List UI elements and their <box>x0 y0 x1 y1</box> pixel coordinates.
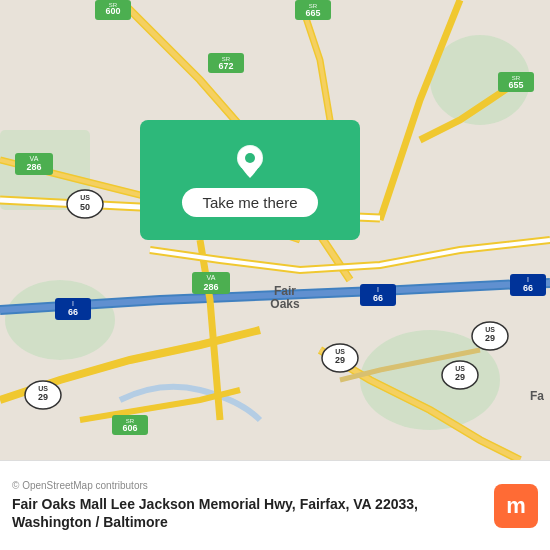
svg-text:672: 672 <box>218 61 233 71</box>
svg-text:Fa: Fa <box>530 389 544 403</box>
moovit-logo-icon: m <box>494 484 538 528</box>
svg-text:286: 286 <box>203 282 218 292</box>
svg-text:29: 29 <box>485 333 495 343</box>
address-text: Fair Oaks Mall Lee Jackson Memorial Hwy,… <box>12 495 484 531</box>
svg-text:I: I <box>527 276 529 283</box>
svg-text:66: 66 <box>373 293 383 303</box>
svg-text:US: US <box>455 365 465 372</box>
location-pin-icon <box>232 144 268 180</box>
svg-text:US: US <box>38 385 48 392</box>
moovit-logo-letter: m <box>506 493 526 519</box>
popup-box: Take me there <box>140 120 360 240</box>
svg-text:VA: VA <box>207 274 216 281</box>
svg-text:US: US <box>485 326 495 333</box>
svg-text:SR: SR <box>109 2 118 8</box>
svg-text:606: 606 <box>122 423 137 433</box>
svg-text:29: 29 <box>38 392 48 402</box>
svg-text:286: 286 <box>26 162 41 172</box>
svg-text:50: 50 <box>80 202 90 212</box>
svg-text:655: 655 <box>508 80 523 90</box>
svg-text:Fair: Fair <box>274 284 296 298</box>
svg-text:US: US <box>335 348 345 355</box>
svg-text:VA: VA <box>30 155 39 162</box>
svg-point-54 <box>245 153 255 163</box>
svg-text:29: 29 <box>455 372 465 382</box>
svg-text:66: 66 <box>523 283 533 293</box>
copyright-text: © OpenStreetMap contributors <box>12 480 484 491</box>
svg-text:29: 29 <box>335 355 345 365</box>
take-me-there-button[interactable]: Take me there <box>182 188 317 217</box>
svg-text:I: I <box>72 300 74 307</box>
bottom-bar: © OpenStreetMap contributors Fair Oaks M… <box>0 460 550 550</box>
map-container: 600 SR VA 286 US 50 SR 672 SR 665 SR 655… <box>0 0 550 460</box>
svg-text:Oaks: Oaks <box>270 297 300 311</box>
svg-text:66: 66 <box>68 307 78 317</box>
address-section: © OpenStreetMap contributors Fair Oaks M… <box>12 480 484 531</box>
svg-text:US: US <box>80 194 90 201</box>
svg-text:665: 665 <box>305 8 320 18</box>
svg-text:I: I <box>377 286 379 293</box>
